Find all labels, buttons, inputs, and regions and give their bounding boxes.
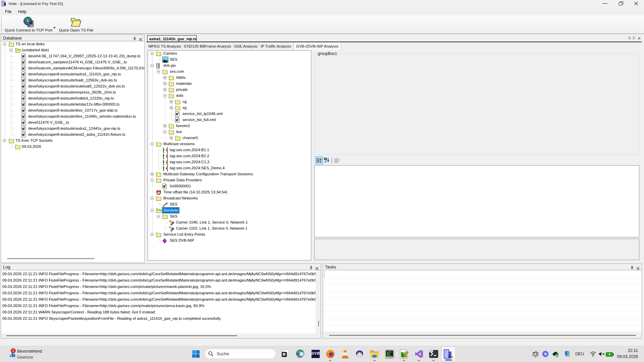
svg-text:Z: Z [325, 160, 326, 163]
svg-text:A: A [325, 158, 326, 160]
